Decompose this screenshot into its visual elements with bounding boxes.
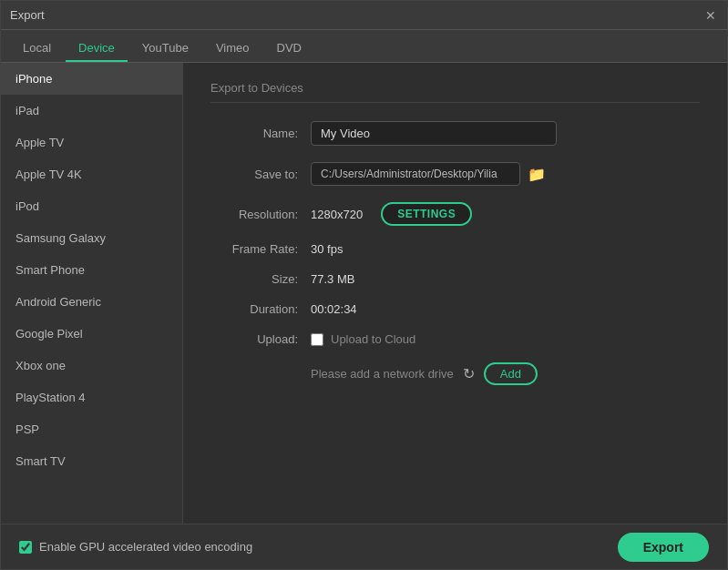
- title-bar: Export ✕: [1, 1, 727, 30]
- tab-local[interactable]: Local: [10, 36, 64, 62]
- tab-dvd[interactable]: DVD: [264, 36, 314, 62]
- upload-controls: Upload to Cloud: [311, 332, 415, 346]
- frame-rate-value: 30 fps: [311, 242, 343, 256]
- size-label: Size:: [210, 272, 311, 286]
- size-value: 77.3 MB: [311, 272, 354, 286]
- name-input[interactable]: [311, 121, 557, 146]
- add-button[interactable]: Add: [484, 362, 538, 385]
- sidebar-item-appletv[interactable]: Apple TV: [1, 127, 182, 158]
- sidebar-item-playstation4[interactable]: PlayStation 4: [1, 382, 182, 413]
- sidebar-item-ipod[interactable]: iPod: [1, 190, 182, 222]
- gpu-label: Enable GPU accelerated video encoding: [39, 540, 252, 554]
- resolution-value: 1280x720: [311, 208, 363, 221]
- sidebar-item-smartphone[interactable]: Smart Phone: [1, 254, 182, 286]
- sidebar-item-xbox[interactable]: Xbox one: [1, 350, 182, 382]
- duration-row: Duration: 00:02:34: [210, 302, 700, 316]
- upload-cloud-checkbox[interactable]: [311, 333, 323, 346]
- tab-bar: Local Device YouTube Vimeo DVD: [1, 30, 727, 63]
- tab-device[interactable]: Device: [66, 36, 128, 62]
- resolution-row: Resolution: 1280x720 SETTINGS: [210, 202, 700, 226]
- content-area: Export to Devices Name: Save to: C:/User…: [183, 63, 727, 524]
- name-label: Name:: [210, 127, 311, 140]
- duration-label: Duration:: [210, 302, 311, 316]
- settings-button[interactable]: SETTINGS: [381, 202, 472, 226]
- gpu-row: Enable GPU accelerated video encoding: [19, 540, 252, 554]
- export-window: Export ✕ Local Device YouTube Vimeo DVD …: [0, 0, 728, 570]
- sidebar-item-appletv4k[interactable]: Apple TV 4K: [1, 158, 182, 190]
- path-display: C:/Users/Administrator/Desktop/Yilia: [311, 162, 520, 186]
- network-row: Please add a network drive ↻ Add: [210, 362, 700, 385]
- window-title: Export: [10, 8, 45, 22]
- device-sidebar: iPhone iPad Apple TV Apple TV 4K iPod Sa…: [1, 63, 183, 524]
- size-row: Size: 77.3 MB: [210, 272, 700, 286]
- frame-rate-label: Frame Rate:: [210, 242, 311, 256]
- frame-rate-row: Frame Rate: 30 fps: [210, 242, 700, 256]
- name-row: Name:: [210, 121, 700, 146]
- duration-value: 00:02:34: [311, 302, 357, 316]
- tab-youtube[interactable]: YouTube: [129, 36, 201, 62]
- browse-folder-button[interactable]: 📁: [528, 166, 546, 183]
- sidebar-item-samsung[interactable]: Samsung Galaxy: [1, 222, 182, 254]
- resolution-label: Resolution:: [210, 208, 311, 221]
- upload-row: Upload: Upload to Cloud: [210, 332, 700, 346]
- save-to-label: Save to:: [210, 168, 311, 181]
- bottom-bar: Enable GPU accelerated video encoding Ex…: [1, 524, 727, 569]
- sidebar-item-iphone[interactable]: iPhone: [1, 63, 182, 95]
- gpu-checkbox[interactable]: [19, 541, 32, 554]
- save-to-row: Save to: C:/Users/Administrator/Desktop/…: [210, 162, 700, 186]
- sidebar-item-android[interactable]: Android Generic: [1, 286, 182, 318]
- sidebar-item-psp[interactable]: PSP: [1, 413, 182, 445]
- section-title: Export to Devices: [210, 81, 700, 103]
- save-to-controls: C:/Users/Administrator/Desktop/Yilia 📁: [311, 162, 546, 186]
- resolution-controls: 1280x720 SETTINGS: [311, 202, 472, 226]
- sidebar-item-googlepixel[interactable]: Google Pixel: [1, 318, 182, 350]
- upload-label: Upload:: [210, 332, 311, 346]
- tab-vimeo[interactable]: Vimeo: [203, 36, 262, 62]
- close-button[interactable]: ✕: [703, 8, 718, 23]
- main-content: iPhone iPad Apple TV Apple TV 4K iPod Sa…: [1, 63, 727, 524]
- network-text: Please add a network drive: [311, 367, 454, 381]
- upload-cloud-label: Upload to Cloud: [331, 332, 415, 346]
- sidebar-item-ipad[interactable]: iPad: [1, 95, 182, 127]
- network-controls: Please add a network drive ↻ Add: [311, 362, 538, 385]
- sidebar-item-smarttv[interactable]: Smart TV: [1, 445, 182, 477]
- refresh-button[interactable]: ↻: [463, 365, 475, 382]
- export-button[interactable]: Export: [618, 533, 709, 562]
